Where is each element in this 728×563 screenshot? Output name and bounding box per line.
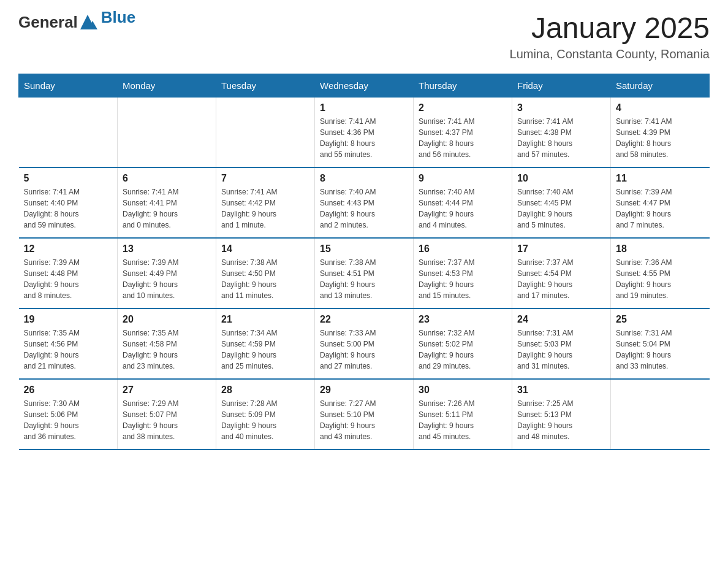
day-info: Sunrise: 7:33 AM Sunset: 5:00 PM Dayligh…	[320, 327, 408, 372]
day-number: 10	[517, 173, 605, 184]
calendar-cell: 27Sunrise: 7:29 AM Sunset: 5:07 PM Dayli…	[118, 379, 216, 450]
day-number: 25	[616, 314, 705, 325]
day-number: 28	[221, 385, 309, 396]
calendar-cell: 24Sunrise: 7:31 AM Sunset: 5:03 PM Dayli…	[512, 308, 611, 379]
calendar-cell: 7Sunrise: 7:41 AM Sunset: 4:42 PM Daylig…	[216, 167, 315, 238]
calendar-cell: 22Sunrise: 7:33 AM Sunset: 5:00 PM Dayli…	[315, 308, 414, 379]
calendar-cell	[611, 379, 710, 450]
calendar-cell: 5Sunrise: 7:41 AM Sunset: 4:40 PM Daylig…	[19, 167, 118, 238]
day-info: Sunrise: 7:35 AM Sunset: 4:58 PM Dayligh…	[123, 327, 211, 372]
day-info: Sunrise: 7:41 AM Sunset: 4:37 PM Dayligh…	[419, 116, 507, 160]
day-number: 31	[517, 385, 605, 396]
day-number: 12	[24, 243, 113, 255]
day-info: Sunrise: 7:38 AM Sunset: 4:51 PM Dayligh…	[320, 257, 408, 301]
day-info: Sunrise: 7:41 AM Sunset: 4:40 PM Dayligh…	[24, 186, 113, 231]
day-info: Sunrise: 7:25 AM Sunset: 5:13 PM Dayligh…	[517, 398, 605, 442]
day-info: Sunrise: 7:40 AM Sunset: 4:45 PM Dayligh…	[517, 186, 605, 231]
calendar-subtitle: Lumina, Constanta County, Romania	[510, 47, 710, 61]
calendar-week-row: 19Sunrise: 7:35 AM Sunset: 4:56 PM Dayli…	[19, 308, 710, 379]
day-number: 3	[517, 102, 605, 113]
calendar-cell: 12Sunrise: 7:39 AM Sunset: 4:48 PM Dayli…	[19, 238, 118, 308]
calendar-cell: 29Sunrise: 7:27 AM Sunset: 5:10 PM Dayli…	[315, 379, 414, 450]
day-info: Sunrise: 7:27 AM Sunset: 5:10 PM Dayligh…	[320, 398, 408, 442]
weekday-header-monday: Monday	[118, 74, 216, 97]
logo: General Blue	[18, 12, 135, 32]
day-info: Sunrise: 7:39 AM Sunset: 4:49 PM Dayligh…	[123, 257, 211, 301]
day-info: Sunrise: 7:37 AM Sunset: 4:54 PM Dayligh…	[517, 257, 605, 301]
calendar-cell: 3Sunrise: 7:41 AM Sunset: 4:38 PM Daylig…	[512, 97, 611, 167]
day-info: Sunrise: 7:36 AM Sunset: 4:55 PM Dayligh…	[616, 257, 705, 301]
calendar-cell: 8Sunrise: 7:40 AM Sunset: 4:43 PM Daylig…	[315, 167, 414, 238]
logo-blue: Blue	[101, 8, 135, 27]
calendar-week-row: 5Sunrise: 7:41 AM Sunset: 4:40 PM Daylig…	[19, 167, 710, 238]
day-info: Sunrise: 7:28 AM Sunset: 5:09 PM Dayligh…	[221, 398, 309, 442]
day-number: 1	[320, 102, 408, 113]
day-info: Sunrise: 7:41 AM Sunset: 4:38 PM Dayligh…	[517, 116, 605, 160]
calendar-body: 1Sunrise: 7:41 AM Sunset: 4:36 PM Daylig…	[19, 97, 710, 450]
weekday-header-thursday: Thursday	[414, 74, 512, 97]
calendar-cell: 6Sunrise: 7:41 AM Sunset: 4:41 PM Daylig…	[118, 167, 216, 238]
day-number: 16	[419, 243, 507, 255]
calendar-cell: 25Sunrise: 7:31 AM Sunset: 5:04 PM Dayli…	[611, 308, 710, 379]
calendar-cell: 26Sunrise: 7:30 AM Sunset: 5:06 PM Dayli…	[19, 379, 118, 450]
weekday-header-friday: Friday	[512, 74, 611, 97]
day-info: Sunrise: 7:34 AM Sunset: 4:59 PM Dayligh…	[221, 327, 309, 372]
day-info: Sunrise: 7:38 AM Sunset: 4:50 PM Dayligh…	[221, 257, 309, 301]
day-info: Sunrise: 7:41 AM Sunset: 4:42 PM Dayligh…	[221, 186, 309, 231]
day-info: Sunrise: 7:32 AM Sunset: 5:02 PM Dayligh…	[419, 327, 507, 372]
calendar-cell: 30Sunrise: 7:26 AM Sunset: 5:11 PM Dayli…	[414, 379, 512, 450]
calendar-cell: 31Sunrise: 7:25 AM Sunset: 5:13 PM Dayli…	[512, 379, 611, 450]
calendar-week-row: 12Sunrise: 7:39 AM Sunset: 4:48 PM Dayli…	[19, 238, 710, 308]
day-info: Sunrise: 7:31 AM Sunset: 5:04 PM Dayligh…	[616, 327, 705, 372]
weekday-header-row: SundayMondayTuesdayWednesdayThursdayFrid…	[19, 74, 710, 97]
calendar-cell	[216, 97, 315, 167]
calendar-cell: 21Sunrise: 7:34 AM Sunset: 4:59 PM Dayli…	[216, 308, 315, 379]
day-number: 15	[320, 243, 408, 255]
day-info: Sunrise: 7:40 AM Sunset: 4:43 PM Dayligh…	[320, 186, 408, 231]
weekday-header-wednesday: Wednesday	[315, 74, 414, 97]
day-number: 13	[123, 243, 211, 255]
day-number: 22	[320, 314, 408, 325]
day-number: 4	[616, 102, 705, 113]
calendar-table: SundayMondayTuesdayWednesdayThursdayFrid…	[18, 74, 710, 451]
calendar-cell: 9Sunrise: 7:40 AM Sunset: 4:44 PM Daylig…	[414, 167, 512, 238]
day-number: 27	[123, 385, 211, 396]
day-info: Sunrise: 7:39 AM Sunset: 4:48 PM Dayligh…	[24, 257, 113, 301]
day-number: 26	[24, 385, 113, 396]
day-number: 17	[517, 243, 605, 255]
day-number: 2	[419, 102, 507, 113]
calendar-cell: 20Sunrise: 7:35 AM Sunset: 4:58 PM Dayli…	[118, 308, 216, 379]
page-header: General Blue January 2025 Lumina, Consta…	[18, 12, 710, 61]
day-info: Sunrise: 7:31 AM Sunset: 5:03 PM Dayligh…	[517, 327, 605, 372]
day-info: Sunrise: 7:41 AM Sunset: 4:41 PM Dayligh…	[123, 186, 211, 231]
logo-general: General	[18, 13, 78, 32]
day-number: 29	[320, 385, 408, 396]
day-info: Sunrise: 7:26 AM Sunset: 5:11 PM Dayligh…	[419, 398, 507, 442]
day-number: 21	[221, 314, 309, 325]
day-number: 30	[419, 385, 507, 396]
day-number: 7	[221, 173, 309, 184]
day-info: Sunrise: 7:39 AM Sunset: 4:47 PM Dayligh…	[616, 186, 705, 231]
day-number: 6	[123, 173, 211, 184]
day-number: 14	[221, 243, 309, 255]
day-number: 24	[517, 314, 605, 325]
calendar-cell: 17Sunrise: 7:37 AM Sunset: 4:54 PM Dayli…	[512, 238, 611, 308]
calendar-week-row: 1Sunrise: 7:41 AM Sunset: 4:36 PM Daylig…	[19, 97, 710, 167]
calendar-cell: 4Sunrise: 7:41 AM Sunset: 4:39 PM Daylig…	[611, 97, 710, 167]
calendar-cell: 14Sunrise: 7:38 AM Sunset: 4:50 PM Dayli…	[216, 238, 315, 308]
calendar-cell: 23Sunrise: 7:32 AM Sunset: 5:02 PM Dayli…	[414, 308, 512, 379]
calendar-cell: 1Sunrise: 7:41 AM Sunset: 4:36 PM Daylig…	[315, 97, 414, 167]
calendar-cell: 13Sunrise: 7:39 AM Sunset: 4:49 PM Dayli…	[118, 238, 216, 308]
day-info: Sunrise: 7:30 AM Sunset: 5:06 PM Dayligh…	[24, 398, 113, 442]
weekday-header-sunday: Sunday	[19, 74, 118, 97]
calendar-header: SundayMondayTuesdayWednesdayThursdayFrid…	[19, 74, 710, 97]
calendar-week-row: 26Sunrise: 7:30 AM Sunset: 5:06 PM Dayli…	[19, 379, 710, 450]
day-number: 23	[419, 314, 507, 325]
day-info: Sunrise: 7:29 AM Sunset: 5:07 PM Dayligh…	[123, 398, 211, 442]
calendar-cell: 18Sunrise: 7:36 AM Sunset: 4:55 PM Dayli…	[611, 238, 710, 308]
calendar-cell: 2Sunrise: 7:41 AM Sunset: 4:37 PM Daylig…	[414, 97, 512, 167]
day-info: Sunrise: 7:37 AM Sunset: 4:53 PM Dayligh…	[419, 257, 507, 301]
calendar-cell: 28Sunrise: 7:28 AM Sunset: 5:09 PM Dayli…	[216, 379, 315, 450]
logo-arrow-icon	[78, 12, 97, 32]
day-info: Sunrise: 7:41 AM Sunset: 4:36 PM Dayligh…	[320, 116, 408, 160]
